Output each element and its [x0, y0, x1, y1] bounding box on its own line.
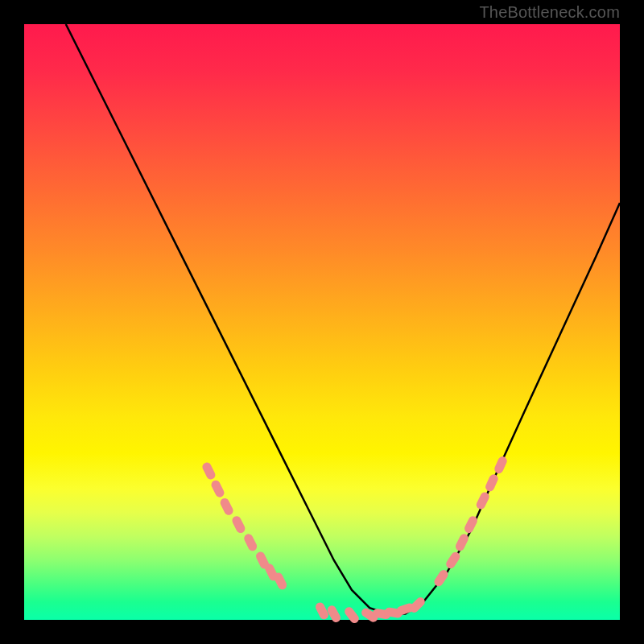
curve-path [66, 24, 620, 614]
chart-frame: TheBottleneck.com [0, 0, 644, 644]
marker-right-cluster [444, 551, 461, 570]
attribution-label: TheBottleneck.com [479, 3, 620, 22]
marker-left-cluster [242, 533, 258, 553]
marker-right-cluster [475, 491, 491, 511]
marker-right-cluster [484, 473, 499, 493]
marker-layer [201, 455, 509, 625]
marker-left-cluster [201, 461, 217, 481]
marker-left-cluster [219, 497, 235, 517]
marker-right-cluster [493, 455, 508, 475]
marker-left-cluster [210, 479, 226, 499]
marker-left-cluster [231, 514, 247, 535]
marker-bottom-cluster [343, 605, 361, 625]
chart-overlay [24, 24, 620, 620]
bottleneck-curve [66, 24, 620, 614]
